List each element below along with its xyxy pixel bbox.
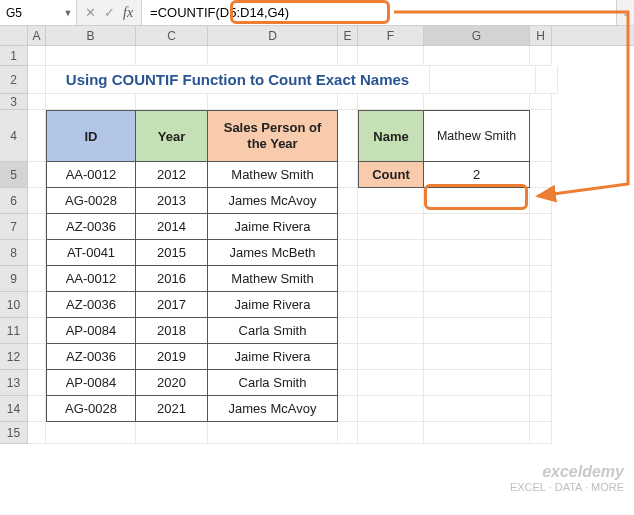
table-row[interactable]: AA-0012: [46, 162, 136, 188]
table-row[interactable]: Mathew Smith: [208, 266, 338, 292]
row-header-14[interactable]: 14: [0, 396, 28, 422]
cell[interactable]: [424, 344, 530, 370]
cell[interactable]: [338, 162, 358, 188]
name-box-dropdown-icon[interactable]: ▼: [60, 8, 76, 18]
row-header-2[interactable]: 2: [0, 66, 28, 94]
cell[interactable]: [358, 318, 424, 344]
cell[interactable]: [46, 46, 136, 66]
cell[interactable]: [338, 344, 358, 370]
col-header-h[interactable]: H: [530, 26, 552, 45]
cell[interactable]: [208, 422, 338, 444]
cell[interactable]: [530, 188, 552, 214]
cell[interactable]: [338, 292, 358, 318]
cell[interactable]: [530, 110, 552, 162]
cell[interactable]: [28, 46, 46, 66]
table-row[interactable]: 2019: [136, 344, 208, 370]
cell[interactable]: [424, 94, 530, 110]
cell[interactable]: [338, 188, 358, 214]
cell[interactable]: [530, 94, 552, 110]
row-header-11[interactable]: 11: [0, 318, 28, 344]
row-header-13[interactable]: 13: [0, 370, 28, 396]
cell[interactable]: [208, 46, 338, 66]
formula-input[interactable]: [142, 0, 616, 25]
select-all-corner[interactable]: [0, 26, 28, 45]
cell[interactable]: [424, 266, 530, 292]
cell[interactable]: [28, 110, 46, 162]
cell[interactable]: [536, 66, 558, 94]
col-header-e[interactable]: E: [338, 26, 358, 45]
cell[interactable]: [358, 240, 424, 266]
table-row[interactable]: 2018: [136, 318, 208, 344]
table-row[interactable]: AZ-0036: [46, 292, 136, 318]
cell[interactable]: [28, 240, 46, 266]
cell[interactable]: [338, 396, 358, 422]
row-header-1[interactable]: 1: [0, 46, 28, 66]
cell[interactable]: [28, 396, 46, 422]
cell[interactable]: [28, 94, 46, 110]
table-row[interactable]: AZ-0036: [46, 344, 136, 370]
table-row[interactable]: Jaime Rivera: [208, 292, 338, 318]
cell[interactable]: [530, 46, 552, 66]
cell[interactable]: [338, 214, 358, 240]
table-row[interactable]: Mathew Smith: [208, 162, 338, 188]
row-header-3[interactable]: 3: [0, 94, 28, 110]
cell[interactable]: [136, 46, 208, 66]
cell[interactable]: [338, 266, 358, 292]
cell[interactable]: [338, 46, 358, 66]
cell[interactable]: [46, 422, 136, 444]
cell[interactable]: [424, 396, 530, 422]
cell[interactable]: [358, 396, 424, 422]
cell[interactable]: [424, 292, 530, 318]
cell[interactable]: [28, 292, 46, 318]
col-header-a[interactable]: A: [28, 26, 46, 45]
table-row[interactable]: 2014: [136, 214, 208, 240]
cell[interactable]: [430, 66, 536, 94]
cell[interactable]: [358, 188, 424, 214]
table-row[interactable]: AG-0028: [46, 188, 136, 214]
row-header-4[interactable]: 4: [0, 110, 28, 162]
cell[interactable]: [358, 422, 424, 444]
cell[interactable]: [424, 422, 530, 444]
table-row[interactable]: AG-0028: [46, 396, 136, 422]
cell[interactable]: [530, 396, 552, 422]
cancel-icon[interactable]: ✕: [85, 5, 96, 20]
cell[interactable]: [28, 66, 46, 94]
cell[interactable]: [358, 370, 424, 396]
cell[interactable]: [136, 422, 208, 444]
cell[interactable]: [530, 266, 552, 292]
table-row[interactable]: 2020: [136, 370, 208, 396]
cell[interactable]: [358, 344, 424, 370]
row-header-5[interactable]: 5: [0, 162, 28, 188]
table-row[interactable]: James McBeth: [208, 240, 338, 266]
row-header-15[interactable]: 15: [0, 422, 28, 444]
table-row[interactable]: James McAvoy: [208, 396, 338, 422]
cell[interactable]: [28, 162, 46, 188]
cell[interactable]: [530, 292, 552, 318]
col-header-c[interactable]: C: [136, 26, 208, 45]
cell[interactable]: [28, 266, 46, 292]
row-header-10[interactable]: 10: [0, 292, 28, 318]
cell[interactable]: [358, 94, 424, 110]
row-header-6[interactable]: 6: [0, 188, 28, 214]
cell[interactable]: [530, 370, 552, 396]
formula-bar-expand-icon[interactable]: ⌄: [616, 0, 634, 25]
cell[interactable]: [358, 266, 424, 292]
cell[interactable]: [338, 94, 358, 110]
table-row[interactable]: Jaime Rivera: [208, 344, 338, 370]
row-header-7[interactable]: 7: [0, 214, 28, 240]
cell[interactable]: [136, 94, 208, 110]
row-header-9[interactable]: 9: [0, 266, 28, 292]
cell[interactable]: [28, 318, 46, 344]
table-row[interactable]: 2015: [136, 240, 208, 266]
table-row[interactable]: Jaime Rivera: [208, 214, 338, 240]
cell[interactable]: [46, 94, 136, 110]
col-header-f[interactable]: F: [358, 26, 424, 45]
table-row[interactable]: 2013: [136, 188, 208, 214]
cell[interactable]: [424, 214, 530, 240]
cell[interactable]: [338, 422, 358, 444]
cell[interactable]: [424, 188, 530, 214]
table-row[interactable]: Carla Smith: [208, 318, 338, 344]
cell[interactable]: [424, 370, 530, 396]
table-row[interactable]: James McAvoy: [208, 188, 338, 214]
side-value-name[interactable]: Mathew Smith: [424, 110, 530, 162]
